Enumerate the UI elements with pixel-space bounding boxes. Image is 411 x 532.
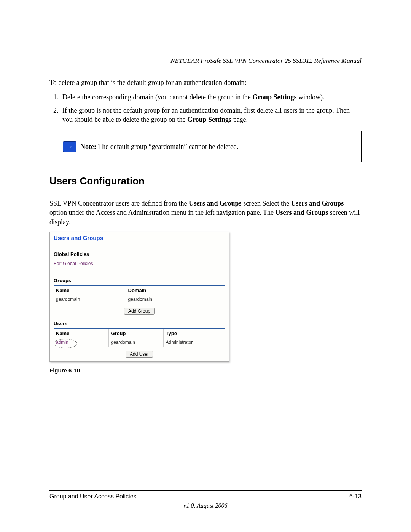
step-2-bold: Group Settings <box>187 116 231 123</box>
col-action-empty <box>215 329 225 338</box>
step-1-text-a: Delete the corresponding domain (you can… <box>62 93 252 101</box>
step-2-text-c: page. <box>231 116 248 123</box>
note-body: The default group “geardomain” cannot be… <box>96 143 239 150</box>
step-1-text-c: window). <box>297 93 325 101</box>
users-header: Users <box>54 321 225 327</box>
step-1: Delete the corresponding domain (you can… <box>60 93 362 102</box>
user-type-cell: Administrator <box>163 338 215 347</box>
running-header: NETGEAR ProSafe SSL VPN Concentrator 25 … <box>49 57 362 67</box>
step-1-bold: Group Settings <box>252 93 296 101</box>
step-2: If the group is not the default group fo… <box>60 106 362 125</box>
footer-section-title: Group and User Access Policies <box>49 493 137 500</box>
figure-caption: Figure 6-10 <box>49 367 362 374</box>
col-action-empty <box>215 286 225 295</box>
users-groups-screenshot: Users and Groups Global Policies Edit Gl… <box>49 232 229 362</box>
users-table: Name Group Type admin geardomain Adminis… <box>54 329 225 347</box>
user-action-cell <box>215 338 225 347</box>
para-seg-3: option under the Access and Administrati… <box>49 209 276 216</box>
note-text: Note: The default group “geardomain” can… <box>80 143 239 151</box>
col-domain: Domain <box>126 286 215 295</box>
groups-table: Name Domain geardomain geardomain <box>54 286 225 304</box>
users-table-header-row: Name Group Type <box>54 329 225 338</box>
edit-global-policies-link[interactable]: Edit Global Policies <box>54 259 225 271</box>
intro-text: To delete a group that is the default gr… <box>49 78 362 87</box>
add-user-button[interactable]: Add User <box>126 351 153 358</box>
group-domain-cell: geardomain <box>126 295 215 304</box>
col-name: Name <box>54 286 126 295</box>
add-group-button[interactable]: Add Group <box>124 308 155 315</box>
note-label: Note: <box>80 143 96 150</box>
users-config-paragraph: SSL VPN Concentrator users are defined f… <box>49 199 362 227</box>
groups-table-header-row: Name Domain <box>54 286 225 295</box>
note-callout: → Note: The default group “geardomain” c… <box>57 131 362 162</box>
user-name-cell: admin <box>54 338 108 347</box>
col-type: Type <box>163 329 215 338</box>
steps-list: Delete the corresponding domain (you can… <box>49 93 362 124</box>
users-table-row: admin geardomain Administrator <box>54 338 225 347</box>
para-bold-2: Users and Groups <box>291 200 344 207</box>
user-name-link[interactable]: admin <box>56 340 68 345</box>
group-name-link[interactable]: geardomain <box>54 295 126 304</box>
para-seg-1: SSL VPN Concentrator users are defined f… <box>49 200 189 207</box>
global-policies-header: Global Policies <box>54 251 225 258</box>
manual-page: NETGEAR ProSafe SSL VPN Concentrator 25 … <box>0 0 411 532</box>
para-seg-2: screen Select the <box>242 200 291 207</box>
para-bold-3: Users and Groups <box>276 209 328 216</box>
section-heading-users-config: Users Configuration <box>49 175 362 189</box>
col-name: Name <box>54 329 108 338</box>
col-group: Group <box>108 329 163 338</box>
user-group-cell: geardomain <box>108 338 163 347</box>
footer-version: v1.0, August 2006 <box>49 502 362 509</box>
para-bold-1: Users and Groups <box>189 200 242 207</box>
groups-table-row: geardomain geardomain <box>54 295 225 304</box>
note-arrow-icon: → <box>63 141 76 152</box>
group-action-cell <box>215 295 225 304</box>
panel-title: Users and Groups <box>50 232 229 243</box>
groups-header: Groups <box>54 278 225 284</box>
page-footer: Group and User Access Policies 6-13 v1.0… <box>49 490 362 509</box>
footer-page-number: 6-13 <box>349 493 362 500</box>
